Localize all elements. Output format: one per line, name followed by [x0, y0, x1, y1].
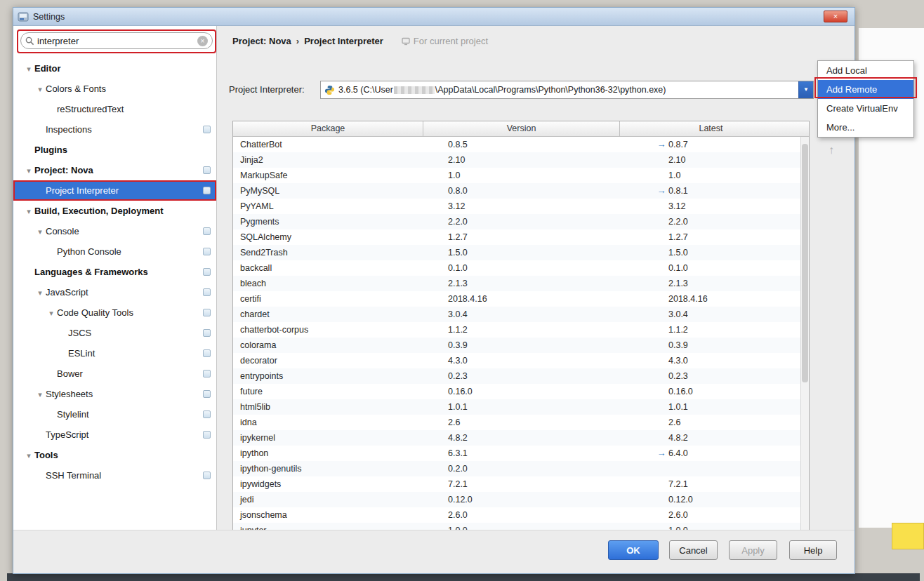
tree-item-build-execution-deployment[interactable]: ▾Build, Execution, Deployment: [13, 201, 216, 221]
column-header-version[interactable]: Version: [423, 121, 619, 137]
tree-item-jscs[interactable]: JSCS: [13, 323, 216, 343]
expand-arrow-icon[interactable]: ▾: [34, 79, 46, 100]
expand-arrow-icon[interactable]: ▾: [34, 222, 46, 242]
settings-sidebar: × ▾Editor▾Colors & FontsreStructuredText…: [13, 26, 217, 531]
package-latest-version: 2.6.0: [668, 507, 688, 523]
window-titlebar[interactable]: Settings ×: [13, 8, 854, 26]
tree-item-eslint[interactable]: ESLint: [13, 343, 216, 363]
package-row-chatterbot[interactable]: ChatterBot0.8.5→0.8.7: [233, 137, 802, 152]
package-latest-cell: →2.6: [619, 415, 802, 430]
menu-item-more[interactable]: More...: [818, 118, 913, 137]
package-row-pygments[interactable]: Pygments2.2.0→2.2.0: [233, 214, 802, 229]
package-row-jinja2[interactable]: Jinja22.10→2.10: [233, 152, 802, 168]
package-latest-cell: →3.12: [619, 199, 802, 214]
project-settings-icon: [203, 370, 211, 378]
expand-arrow-icon[interactable]: ▾: [34, 283, 46, 303]
tree-item-editor[interactable]: ▾Editor: [13, 58, 216, 79]
close-button[interactable]: ×: [824, 11, 847, 22]
menu-item-add-remote[interactable]: Add Remote: [818, 80, 913, 99]
column-header-package[interactable]: Package: [233, 121, 423, 137]
tree-item-tools[interactable]: ▾Tools: [13, 445, 216, 465]
expand-arrow-icon[interactable]: ▾: [23, 446, 34, 466]
package-row-jedi[interactable]: jedi0.12.0→0.12.0: [233, 492, 802, 507]
package-row-sqlalchemy[interactable]: SQLAlchemy1.2.7→1.2.7: [233, 229, 802, 245]
tree-item-project-nova[interactable]: ▾Project: Nova: [13, 160, 216, 180]
tree-item-stylelint[interactable]: Stylelint: [13, 404, 216, 425]
package-latest-version: 4.3.0: [668, 353, 688, 368]
tree-item-stylesheets[interactable]: ▾Stylesheets: [13, 384, 216, 404]
package-latest-cell: →7.2.1: [619, 476, 802, 492]
package-name: ipywidgets: [233, 476, 423, 492]
package-name: Send2Trash: [233, 245, 423, 260]
tree-item-plugins[interactable]: Plugins: [13, 140, 216, 160]
package-row-send2trash[interactable]: Send2Trash1.5.0→1.5.0: [233, 245, 802, 260]
package-row-ipython[interactable]: ipython6.3.1→6.4.0: [233, 446, 802, 461]
package-row-backcall[interactable]: backcall0.1.0→0.1.0: [233, 260, 802, 276]
interpreter-dropdown-button[interactable]: ▼: [798, 81, 813, 98]
expand-arrow-icon[interactable]: ▾: [46, 303, 57, 323]
package-row-future[interactable]: future0.16.0→0.16.0: [233, 384, 802, 399]
tree-item-console[interactable]: ▾Console: [13, 221, 216, 241]
help-button[interactable]: Help: [789, 540, 837, 560]
tree-item-bower[interactable]: Bower: [13, 363, 216, 384]
tree-item-inspections[interactable]: Inspections: [13, 119, 216, 140]
column-header-latest[interactable]: Latest: [619, 121, 802, 137]
tree-item-languages-frameworks[interactable]: Languages & Frameworks: [13, 262, 216, 282]
package-row-colorama[interactable]: colorama0.3.9→0.3.9: [233, 338, 802, 353]
package-latest-cell: →0.1.0: [619, 260, 802, 276]
package-row-ipywidgets[interactable]: ipywidgets7.2.1→7.2.1: [233, 476, 802, 492]
package-row-markupsafe[interactable]: MarkupSafe1.0→1.0: [233, 168, 802, 183]
package-latest-version: 1.2.7: [668, 229, 688, 245]
package-row-pyyaml[interactable]: PyYAML3.12→3.12: [233, 199, 802, 214]
package-row-jsonschema[interactable]: jsonschema2.6.0→2.6.0: [233, 507, 802, 523]
package-row-chatterbot-corpus[interactable]: chatterbot-corpus1.1.2→1.1.2: [233, 322, 802, 338]
package-row-chardet[interactable]: chardet3.0.4→3.0.4: [233, 307, 802, 322]
scrollbar-thumb[interactable]: [802, 144, 808, 382]
ok-button[interactable]: OK: [608, 540, 659, 560]
package-row-bleach[interactable]: bleach2.1.3→2.1.3: [233, 276, 802, 291]
project-settings-icon: [203, 309, 211, 316]
project-settings-icon: [203, 329, 211, 337]
package-row-ipython-genutils[interactable]: ipython-genutils0.2.0→: [233, 461, 802, 476]
tree-item-typescript[interactable]: TypeScript: [13, 425, 216, 445]
menu-item-add-local[interactable]: Add Local: [818, 61, 913, 80]
package-latest-cell: →0.3.9: [619, 338, 802, 353]
annotation-search-box: ×: [17, 29, 216, 53]
expand-arrow-icon[interactable]: ▾: [23, 201, 34, 222]
package-name: Pygments: [233, 214, 423, 229]
package-row-certifi[interactable]: certifi2018.4.16→2018.4.16: [233, 291, 802, 307]
package-version: 0.3.9: [423, 338, 619, 353]
tree-item-javascript[interactable]: ▾JavaScript: [13, 282, 216, 302]
tree-item-colors-fonts[interactable]: ▾Colors & Fonts: [13, 79, 216, 99]
apply-button[interactable]: Apply: [729, 540, 777, 560]
breadcrumb-project[interactable]: Project: Nova: [232, 36, 291, 46]
package-row-pymysql[interactable]: PyMySQL0.8.0→0.8.1: [233, 183, 802, 199]
package-name: entrypoints: [233, 368, 423, 384]
package-row-ipykernel[interactable]: ipykernel4.8.2→4.8.2: [233, 430, 802, 446]
package-latest-version: 1.1.2: [668, 322, 688, 338]
clear-search-icon[interactable]: ×: [197, 36, 208, 46]
tree-item-python-console[interactable]: Python Console: [13, 241, 216, 262]
expand-arrow-icon[interactable]: ▾: [23, 59, 34, 79]
package-row-decorator[interactable]: decorator4.3.0→4.3.0: [233, 353, 802, 368]
tree-item-label: Tools: [34, 450, 58, 460]
interpreter-combobox[interactable]: 3.6.5 (C:\User\AppData\Local\Programs\Py…: [320, 81, 814, 99]
tree-item-restructuredtext[interactable]: reStructuredText: [13, 99, 216, 119]
package-row-entrypoints[interactable]: entrypoints0.2.3→0.2.3: [233, 368, 802, 384]
tree-item-code-quality-tools[interactable]: ▾Code Quality Tools: [13, 302, 216, 323]
expand-arrow-icon[interactable]: ▾: [23, 161, 34, 181]
menu-item-create-virtualenv[interactable]: Create VirtualEnv: [818, 99, 913, 118]
tree-item-ssh-terminal[interactable]: SSH Terminal: [13, 465, 216, 486]
context-note-text: For current project: [414, 36, 488, 46]
vertical-scrollbar[interactable]: [800, 137, 809, 534]
search-field[interactable]: ×: [20, 32, 213, 49]
expand-arrow-icon[interactable]: ▾: [34, 385, 46, 405]
scroll-up-icon[interactable]: ↑: [822, 141, 840, 159]
project-settings-icon: [203, 349, 211, 357]
cancel-button[interactable]: Cancel: [669, 540, 718, 560]
package-row-idna[interactable]: idna2.6→2.6: [233, 415, 802, 430]
search-input[interactable]: [34, 36, 197, 46]
package-latest-version: 7.2.1: [668, 476, 688, 492]
package-row-html5lib[interactable]: html5lib1.0.1→1.0.1: [233, 399, 802, 415]
tree-item-project-interpreter[interactable]: Project Interpreter: [13, 180, 216, 201]
